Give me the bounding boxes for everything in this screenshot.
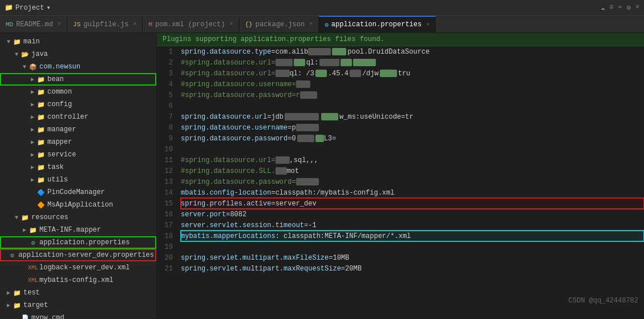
label-mvnwcmd: mvnw.cmd xyxy=(31,314,64,319)
arrow-utils xyxy=(29,176,37,183)
close-icon[interactable]: × xyxy=(635,3,639,12)
code-line-7: spring.datasource.url=jdb w_ms:useUnicod… xyxy=(181,111,644,122)
line-num-12: 12 xyxy=(161,165,173,176)
sidebar-item-resources[interactable]: 📁 resources xyxy=(0,211,156,224)
xml-icon-logback: XML xyxy=(29,263,38,272)
label-common: common xyxy=(47,88,72,96)
folder-icon-service: 📁 xyxy=(37,150,46,159)
label-main: main xyxy=(23,38,40,46)
code-line-5: #spring.datasource.password=r xyxy=(181,90,644,100)
sidebar-item-utils[interactable]: 📁 utils xyxy=(0,173,156,186)
label-test: test xyxy=(23,289,40,297)
folder-icon-task: 📁 xyxy=(37,163,46,172)
label-comnewsun: com.newsun xyxy=(39,63,80,71)
line-num-14: 14 xyxy=(161,187,173,198)
sidebar: 📁 main 📂 java 📦 com.newsun 📁 bean xyxy=(0,33,157,319)
sidebar-item-msapi[interactable]: 🔶 MsApiApplication xyxy=(0,199,156,211)
sidebar-item-logback[interactable]: XML logback-server_dev.xml xyxy=(0,261,156,274)
file-icon-mvnwcmd: 📄 xyxy=(21,313,30,319)
code-line-15: spring.profiles.active=server_dev xyxy=(181,198,644,209)
line-num-19: 19 xyxy=(161,241,173,252)
sidebar-item-metainf[interactable]: 📁 META-INF.mapper xyxy=(0,224,156,236)
label-resources: resources xyxy=(31,213,68,221)
label-metainf: META-INF.mapper xyxy=(39,226,101,234)
sidebar-item-pincodemanager[interactable]: 🔷 PinCodeManager xyxy=(0,186,156,199)
tab-appprops-close[interactable]: × xyxy=(426,22,430,28)
xml-icon-mybatis: XML xyxy=(29,276,38,285)
tab-gulpfile[interactable]: JS gulpfile.js × xyxy=(67,16,143,33)
sidebar-item-target[interactable]: 📁 target xyxy=(0,299,156,312)
tab-package-close[interactable]: × xyxy=(309,21,313,27)
arrow-target xyxy=(5,302,13,309)
line-num-20: 20 xyxy=(161,252,173,263)
tab-readme[interactable]: MD README.md × xyxy=(0,16,67,33)
tab-gulpfile-close[interactable]: × xyxy=(133,21,136,27)
tab-package[interactable]: {} package.json × xyxy=(240,16,319,33)
split-icon[interactable]: ≈ xyxy=(618,3,622,12)
arrow-manager xyxy=(29,126,37,133)
line-num-9: 9 xyxy=(161,133,173,144)
arrow-comnewsun xyxy=(21,64,29,70)
sidebar-item-service[interactable]: 📁 service xyxy=(0,148,156,161)
top-bar-icons: ☁ ≡ ≈ ⚙ × xyxy=(601,3,639,12)
code-line-14: mbatis.config-location=classpath:/mybati… xyxy=(181,187,644,198)
arrow-mapper xyxy=(29,139,37,146)
folder-icon-test: 📁 xyxy=(13,288,22,297)
arrow-metainf xyxy=(21,227,29,233)
sidebar-item-test[interactable]: 📁 test xyxy=(0,286,156,299)
folder-icon-comnewsun: 📦 xyxy=(29,62,38,71)
tab-package-label: package.json xyxy=(256,21,305,29)
code-line-12: #spring.datasource.SLL. mot xyxy=(181,165,644,176)
sidebar-item-controller[interactable]: 📁 controller xyxy=(0,111,156,123)
sidebar-item-manager[interactable]: 📁 manager xyxy=(0,123,156,136)
sidebar-item-common[interactable]: 📁 common xyxy=(0,86,156,98)
sidebar-item-appserverprops[interactable]: ⚙ application-server_dev.properties xyxy=(0,249,156,261)
folder-icon-mapper: 📁 xyxy=(37,138,46,147)
code-line-3: #spring.datasource.url= ql: /3 .45.4 /dj… xyxy=(181,68,644,79)
settings-icon[interactable]: ⚙ xyxy=(627,3,631,12)
code-line-8: spring.datasource.username=p xyxy=(181,122,644,133)
label-java: java xyxy=(31,50,48,58)
sidebar-item-mapper[interactable]: 📁 mapper xyxy=(0,136,156,148)
sidebar-item-appprops[interactable]: ⚙ application.properties xyxy=(0,236,156,249)
tab-appprops[interactable]: ⚙ application.properties × xyxy=(319,16,436,33)
folder-icon-controller: 📁 xyxy=(37,112,46,122)
props-icon-app: ⚙ xyxy=(29,238,38,247)
sidebar-item-bean[interactable]: 📁 bean xyxy=(0,73,156,86)
code-line-10 xyxy=(181,144,644,155)
tab-pom[interactable]: M pom.xml (project) × xyxy=(143,16,239,33)
label-mybatisconfig: mybatis-config.xml xyxy=(39,276,114,284)
sidebar-item-mybatisconfig[interactable]: XML mybatis-config.xml xyxy=(0,274,156,286)
arrow-resources xyxy=(13,215,21,221)
code-line-17: server.servlet.session.timeout=-1 xyxy=(181,220,644,231)
folder-icon-config: 📁 xyxy=(37,100,46,109)
line-num-6: 6 xyxy=(161,100,173,111)
sidebar-item-java[interactable]: 📂 java xyxy=(0,48,156,60)
line-num-5: 5 xyxy=(161,90,173,100)
top-bar: 📁 Project ▾ ☁ ≡ ≈ ⚙ × xyxy=(0,0,644,16)
label-utils: utils xyxy=(47,176,68,184)
sidebar-item-main[interactable]: 📁 main xyxy=(0,35,156,48)
tab-pom-close[interactable]: × xyxy=(230,21,233,27)
sidebar-item-task[interactable]: 📁 task xyxy=(0,161,156,173)
sidebar-item-comnewsun[interactable]: 📦 com.newsun xyxy=(0,60,156,73)
code-line-19 xyxy=(181,241,644,252)
tab-readme-close[interactable]: × xyxy=(58,21,61,27)
line-num-3: 3 xyxy=(161,68,173,79)
sidebar-item-mvnwcmd[interactable]: 📄 mvnw.cmd xyxy=(0,312,156,319)
menu-icon[interactable]: ≡ xyxy=(609,3,613,12)
code-line-11: #spring.datasource.url= ,sql,,, xyxy=(181,155,644,165)
sidebar-item-config[interactable]: 📁 config xyxy=(0,98,156,111)
code-container[interactable]: 1 2 3 4 5 6 7 8 9 10 11 12 13 14 15 16 1… xyxy=(157,46,644,319)
folder-icon-resources: 📁 xyxy=(21,213,30,222)
folder-icon-metainf: 📁 xyxy=(29,225,38,235)
label-config: config xyxy=(47,100,72,108)
line-num-10: 10 xyxy=(161,144,173,155)
line-num-15: 15 xyxy=(161,198,173,209)
label-pincodemanager: PinCodeManager xyxy=(47,188,105,196)
folder-icon-common: 📁 xyxy=(37,87,46,96)
arrow-main xyxy=(5,39,13,45)
cloud-icon[interactable]: ☁ xyxy=(601,3,605,12)
plugin-banner: Plugins supporting application.propertie… xyxy=(157,33,644,46)
tab-readme-label: README.md xyxy=(16,21,53,29)
